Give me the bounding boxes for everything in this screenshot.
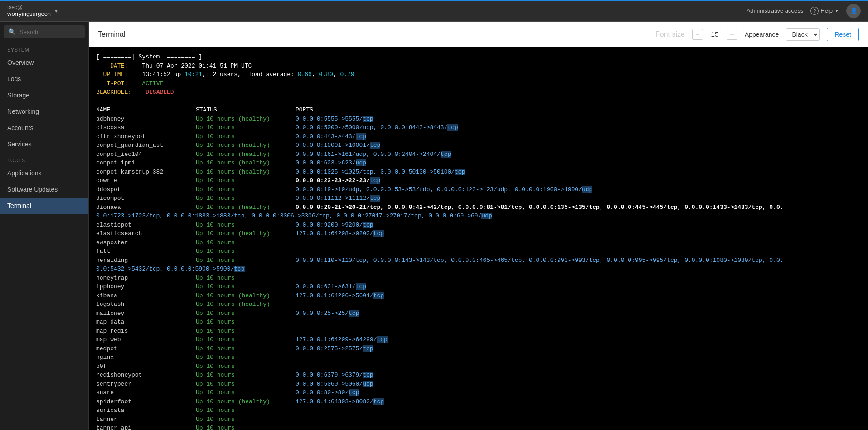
svc-dionaea-2: 0.0:1723->1723/tcp, 0.0.0.0:1883->1883/t… — [96, 212, 861, 221]
sidebar-item-storage[interactable]: Storage — [0, 87, 88, 103]
topbar-right: Administrative access ? Help ▼ 👤 — [747, 4, 861, 18]
help-dropdown-icon: ▼ — [834, 8, 839, 13]
progress-bar — [0, 0, 868, 1]
svc-redishoneypot: redishoneypotUp 10 hours0.0.0.0:6379->63… — [96, 371, 861, 380]
svc-conpot-iec104: conpot_iec104Up 10 hours (healthy)0.0.0.… — [96, 150, 861, 159]
sidebar-item-software-updates[interactable]: Software Updates — [0, 181, 88, 198]
terminal-header: Terminal Font size − 15 + Appearance Bla… — [89, 22, 868, 47]
topbar-left: tsec@ worryingsurgeon ▼ — [7, 4, 59, 17]
svc-logstash: logstashUp 10 hours (healthy) — [96, 300, 861, 309]
sidebar-item-networking[interactable]: Networking — [0, 103, 88, 120]
reset-button[interactable]: Reset — [827, 28, 859, 41]
svc-map-data: map_dataUp 10 hours — [96, 318, 861, 327]
svc-ewsposter: ewsposterUp 10 hours — [96, 238, 861, 247]
svc-adbhoney: adbhoneyUp 10 hours (healthy)0.0.0.0:555… — [96, 115, 861, 124]
search-icon: 🔍 — [8, 28, 16, 35]
svc-map-web: map_webUp 10 hours127.0.0.1:64299->64299… — [96, 335, 861, 344]
svc-honeytrap: honeytrapUp 10 hours — [96, 274, 861, 283]
sidebar-section-system: System Overview Logs Storage Networking … — [0, 42, 88, 152]
svc-suricata: suricataUp 10 hours — [96, 406, 861, 415]
sidebar-item-overview[interactable]: Overview — [0, 54, 88, 71]
date-line: DATE: Thu 07 Apr 2022 01:41:51 PM UTC — [96, 62, 861, 71]
svc-nginx: nginxUp 10 hours — [96, 353, 861, 362]
svc-medpot: medpotUp 10 hours0.0.0.0:2575->2575/tcp — [96, 344, 861, 353]
user-dropdown-icon[interactable]: ▼ — [53, 8, 59, 14]
svc-spiderfoot: spiderfootUp 10 hours (healthy)127.0.0.1… — [96, 397, 861, 406]
system-section-label: System — [0, 42, 88, 54]
svc-cowrie: cowrieUp 10 hours0.0.0.0:22-23->22-23/tc… — [96, 176, 861, 185]
username: tsec@ worryingsurgeon — [7, 4, 51, 17]
appearance-select[interactable]: Black White Dark — [786, 28, 820, 41]
main-layout: 🔍 System Overview Logs Storage Networkin… — [0, 22, 868, 430]
svc-ipphoney: ipphoneyUp 10 hours0.0.0.0:631->631/tcp — [96, 282, 861, 291]
table-header: NAMESTATUSPORTS — [96, 106, 861, 115]
font-increase-button[interactable]: + — [727, 29, 737, 40]
svc-dicompot: dicompotUp 10 hours0.0.0.0:11112->11112/… — [96, 194, 861, 203]
svc-map-redis: map_redisUp 10 hours — [96, 327, 861, 336]
font-size-label: Font size — [655, 30, 685, 39]
svc-ddospot: ddospotUp 10 hours0.0.0.0:19->19/udp, 0.… — [96, 185, 861, 194]
sidebar-item-services[interactable]: Services — [0, 136, 88, 152]
sidebar-item-logs[interactable]: Logs — [0, 71, 88, 87]
svc-snare: snareUp 10 hours0.0.0.0:80->80/tcp — [96, 388, 861, 397]
svc-citrixhoneypot: citrixhoneypotUp 10 hours0.0.0.0:443->44… — [96, 132, 861, 141]
svc-dionaea-1: dionaeaUp 10 hours (healthy)0.0.0.0:20-2… — [96, 203, 861, 212]
svc-conpot-guardian: conpot_guardian_astUp 10 hours (healthy)… — [96, 141, 861, 150]
help-button[interactable]: ? Help ▼ — [810, 7, 839, 15]
content-area: Terminal Font size − 15 + Appearance Bla… — [89, 22, 868, 430]
terminal-controls: Font size − 15 + Appearance Black White … — [655, 28, 859, 41]
help-icon: ? — [810, 7, 819, 15]
topbar: tsec@ worryingsurgeon ▼ Administrative a… — [0, 0, 868, 22]
svc-kibana: kibanaUp 10 hours (healthy)127.0.0.1:642… — [96, 291, 861, 300]
svc-heralding-1: heraldingUp 10 hours0.0.0.0:110->110/tcp… — [96, 256, 861, 265]
admin-access-label: Administrative access — [747, 7, 804, 14]
svc-elasticsearch: elasticsearchUp 10 hours (healthy)127.0.… — [96, 229, 861, 238]
search-box[interactable]: 🔍 — [4, 25, 85, 38]
search-input[interactable] — [19, 29, 80, 35]
sidebar-section-tools: Tools Applications Software Updates Term… — [0, 152, 88, 214]
terminal-title: Terminal — [98, 30, 125, 39]
sidebar-item-accounts[interactable]: Accounts — [0, 120, 88, 136]
system-banner: [ ========| System |======== ] — [96, 53, 861, 62]
appearance-label: Appearance — [745, 31, 779, 38]
uptime-line: UPTIME: 13:41:52 up 10:21, 2 users, load… — [96, 70, 861, 79]
terminal-body[interactable]: [ ========| System |======== ] DATE: Thu… — [89, 47, 868, 430]
svc-sentrypeer: sentrypeerUp 10 hours0.0.0.0:5060->5060/… — [96, 380, 861, 389]
sidebar: 🔍 System Overview Logs Storage Networkin… — [0, 22, 89, 430]
svc-p0f: p0fUp 10 hours — [96, 362, 861, 371]
tools-section-label: Tools — [0, 152, 88, 165]
sidebar-item-applications[interactable]: Applications — [0, 165, 88, 181]
font-size-value: 15 — [710, 30, 719, 38]
svc-tanner-api: tanner_apiUp 10 hours — [96, 424, 861, 430]
sidebar-item-terminal[interactable]: Terminal — [0, 198, 88, 214]
tpot-line: T-POT: ACTIVE — [96, 79, 861, 88]
blackhole-line: BLACKHOLE: DISABLED — [96, 88, 861, 97]
user-info[interactable]: tsec@ worryingsurgeon ▼ — [7, 4, 59, 17]
svc-mailoney: mailoneyUp 10 hours0.0.0.0:25->25/tcp — [96, 309, 861, 318]
font-decrease-button[interactable]: − — [692, 29, 703, 40]
avatar[interactable]: 👤 — [846, 4, 861, 18]
svc-heralding-2: 0.0:5432->5432/tcp, 0.0.0.0:5900->5900/t… — [96, 265, 861, 274]
svc-elasticpot: elasticpotUp 10 hours0.0.0.0:9200->9200/… — [96, 221, 861, 230]
svc-conpot-ipmi: conpot_ipmiUp 10 hours (healthy)0.0.0.0:… — [96, 159, 861, 168]
svc-ciscoasa: ciscoasaUp 10 hours0.0.0.0:5000->5000/ud… — [96, 123, 861, 132]
svc-conpot-kamstrup: conpot_kamstrup_382Up 10 hours (healthy)… — [96, 168, 861, 177]
svc-fatt: fattUp 10 hours — [96, 247, 861, 256]
svc-tanner: tannerUp 10 hours — [96, 415, 861, 424]
